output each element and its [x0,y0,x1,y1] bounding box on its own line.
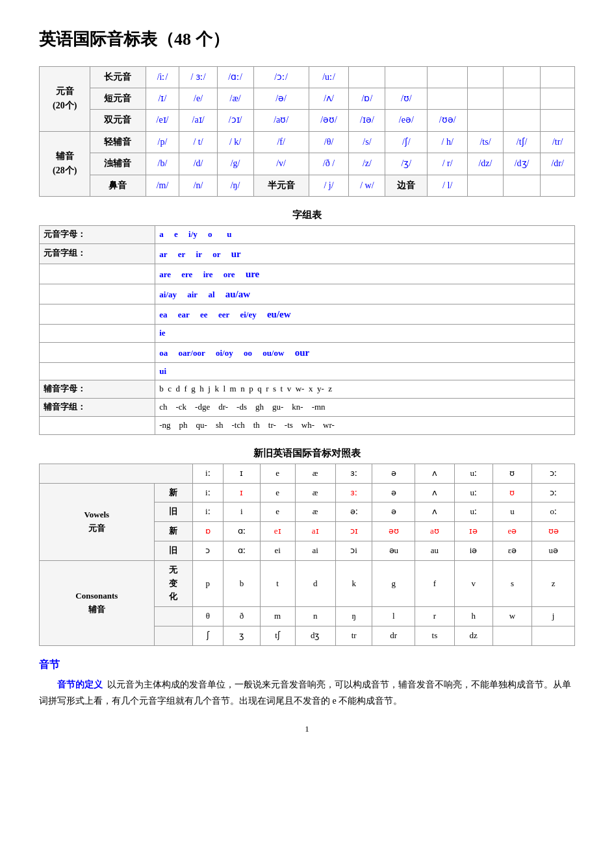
c1-6: g [372,560,415,606]
compare-table: iː ɪ e æ ɜː ə ʌ uː ʊ ɔː Vowels元音 新 iː ɪ … [39,464,575,646]
c1-10: z [532,560,575,606]
zizu-empty-label-3 [40,304,155,324]
empty15 [503,175,540,196]
v-n1-3: e [260,483,295,502]
v-n2-6: əʊ [372,522,415,541]
light-consonant-label: 轻辅音 [90,131,146,153]
c3-3: tʃ [260,626,295,645]
phoneme-h: / h/ [428,131,468,153]
col-5: ɜː [335,464,372,483]
phoneme-d: /d/ [179,153,217,175]
phoneme-ai: /aɪ/ [179,110,217,131]
v-n2-7: aʊ [415,522,455,541]
consonant-letter-label: 辅音字母： [40,380,155,399]
voiced-consonant-label: 浊辅音 [90,153,146,175]
phoneme-ua: /ʊə/ [428,110,468,131]
phoneme-s: /s/ [349,131,385,153]
zizu-row-3-content: are ere ire ore ure [155,264,575,284]
empty-label-c [154,607,192,626]
zizu-table: 元音字母： a e i/y o u 元音字组： ar er ir [39,225,575,435]
empty9 [503,88,540,109]
page-number: 1 [39,723,575,736]
zizu-row-6: ie [40,324,575,342]
phoneme-ou: /əʊ/ [309,110,349,131]
phoneme-tr: /tr/ [541,131,575,153]
section-body: 音节的定义 以元音为主体构成的发音单位，一般说来元音发音响亮，可以构成音节，辅音… [39,676,575,709]
phoneme-ei: /eɪ/ [146,110,179,131]
phoneme-aa: /ɑː/ [217,66,253,88]
phoneme-dh: /ð / [309,153,349,175]
col-6: ə [372,464,415,483]
phoneme-th-v: /θ/ [309,131,349,153]
empty13 [541,110,575,131]
zizu-row-4: ai/ay air al au/aw [40,284,575,304]
diphthong-label: 双元音 [90,110,146,131]
long-vowel-label: 长元音 [90,66,146,88]
zizu-row-9: 辅音字母： b c d f g h j k l m n p q r s t v … [40,380,575,399]
v-o1-7: ʌ [415,502,455,522]
phoneme-dr: /dr/ [541,153,575,175]
v-n2-3: eɪ [260,522,295,541]
zizu-row-10: 辅音字组： ch -ck -dge dr- -ds gh gu- kn- -mn [40,399,575,417]
phoneme-sh: /ʃ/ [385,131,428,153]
zizu-row-5-content: ea ear ee eer ei/ey eu/ew [155,304,575,324]
col-9: ʊ [492,464,532,483]
phoneme-uu: /uː/ [309,66,349,88]
old-label-1: 旧 [154,502,192,522]
c1-4: d [295,560,335,606]
vowels-label: Vowels元音 [40,483,155,560]
semivowel-label: 半元音 [253,175,309,196]
phoneme-b: /b/ [146,153,179,175]
phoneme-j: / j/ [309,175,349,196]
section-subheading: 音节的定义 [57,680,103,689]
zizu-row-8-content: ui [155,362,575,380]
zizu-row-11-content: -ng ph qu- sh -tch th tr- -ts wh- wr- [155,416,575,434]
v-o1-2: i [224,502,261,522]
v-n2-4: aɪ [295,522,335,541]
zizu-row-11: -ng ph qu- sh -tch th tr- -ts wh- wr- [40,416,575,434]
phoneme-dzh: /dʒ/ [503,153,540,175]
v-n1-6: ə [372,483,415,502]
phonetic-table: 元音(20个) 长元音 /iː/ / ɜː/ /ɑː/ /ɔː/ /uː/ 短元… [39,66,575,197]
zizu-empty-label-6 [40,362,155,380]
vowel-group-label: 元音(20个) [40,66,90,131]
c3-9 [492,626,532,645]
v-n1-10: ɔː [532,483,575,502]
new-label-1: 新 [154,483,192,502]
phoneme-uh: /ʊ/ [385,88,428,109]
v-n1-1: iː [192,483,224,502]
phoneme-dz: /dz/ [468,153,504,175]
c3-4: dʒ [295,626,335,645]
empty6 [541,66,575,88]
v-o2-8: iə [454,541,492,560]
v-o2-9: εə [492,541,532,560]
phoneme-z: /z/ [349,153,385,175]
empty10 [541,88,575,109]
phoneme-ng: /ŋ/ [217,175,253,196]
consonant-group-label2: 辅音字组： [40,399,155,417]
consonant-group-content: ch -ck -dge dr- -ds gh gu- kn- -mn [155,399,575,417]
c1-1: p [192,560,224,606]
col-10: ɔː [532,464,575,483]
phoneme-l: / l/ [428,175,468,196]
zizu-row-8: ui [40,362,575,380]
empty12 [503,110,540,131]
phoneme-oi: /ɔɪ/ [217,110,253,131]
c2-8: h [454,607,492,626]
nasal-label: 鼻音 [90,175,146,196]
empty2 [385,66,428,88]
page-title: 英语国际音标表（48 个） [39,26,575,53]
v-o1-9: u [492,502,532,522]
zizu-empty-label-4 [40,324,155,342]
phoneme-r: / r/ [428,153,468,175]
compare-section: 新旧英语国际音标对照表 iː ɪ e æ ɜː ə ʌ uː ʊ ɔː Vowe… [39,445,575,646]
zizu-section: 字组表 元音字母： a e i/y o u 元音字组： ar er [39,207,575,435]
v-n2-2: ɑː [224,522,261,541]
phoneme-oo: /ɔː/ [253,66,309,88]
consonants-label: Consonants辅音 [40,560,155,645]
empty5 [503,66,540,88]
vowel-group-label2: 元音字组： [40,243,155,264]
phoneme-ae: /æ/ [217,88,253,109]
phoneme-e: /e/ [179,88,217,109]
phoneme-ea: /eə/ [385,110,428,131]
